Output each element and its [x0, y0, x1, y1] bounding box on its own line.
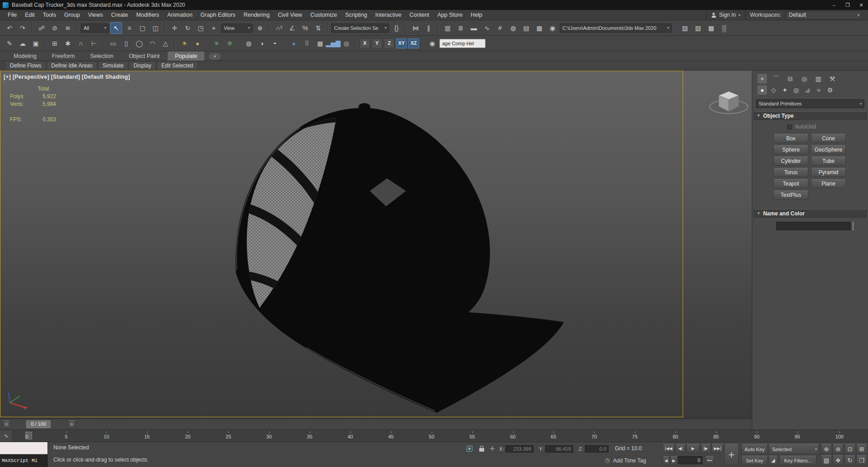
object-type-button[interactable]: Pyramid	[811, 168, 846, 177]
default-tangent-icon[interactable]: ◢	[769, 456, 778, 465]
viewport-label[interactable]: [+] [Perspective] [Standard] [Default Sh…	[4, 74, 130, 80]
schematic-view-icon[interactable]: #	[494, 22, 506, 34]
docking-icon[interactable]: ▒	[718, 22, 730, 34]
render-setup-icon[interactable]: ▤	[520, 22, 532, 34]
clipboard-icon[interactable]: ⊞	[49, 38, 61, 49]
space-warps-category-icon[interactable]: ≈	[814, 86, 823, 95]
cameras-category-icon[interactable]: ◎	[792, 86, 801, 95]
photo-icon[interactable]: ▣	[30, 38, 42, 49]
menu-item[interactable]: Views	[84, 10, 107, 20]
ruler-icon[interactable]: ⊢	[88, 38, 100, 49]
populate-button[interactable]: Edit Selected	[157, 61, 198, 70]
restrict-z-button[interactable]: Z	[384, 38, 395, 48]
maxscript-listener-strip[interactable]: MAXScript Mi	[0, 454, 47, 467]
cone-icon[interactable]: △	[160, 38, 171, 49]
populate-button[interactable]: Display	[129, 61, 156, 70]
object-type-rollout-header[interactable]: ▼ Object Type	[754, 111, 867, 120]
menu-item[interactable]: Rendering	[240, 10, 274, 20]
auto-key-button[interactable]: Auto Key	[741, 444, 768, 454]
menu-item[interactable]: Create	[107, 10, 132, 20]
menu-item[interactable]: Edit	[21, 10, 39, 20]
sign-in-button[interactable]: Sign In ▾	[706, 10, 745, 20]
object-name-input[interactable]	[776, 222, 851, 230]
select-and-link-icon[interactable]: ☍	[36, 22, 47, 34]
y-coordinate-field[interactable]	[545, 445, 573, 453]
rgb-dots-icon[interactable]: ⠿	[301, 38, 313, 49]
object-color-swatch[interactable]	[853, 222, 854, 230]
maximize-button[interactable]: ❒	[841, 0, 854, 10]
track-bar[interactable]: ∿ 05101520253035404550556065707580859095…	[0, 429, 868, 442]
utilities-tab-icon[interactable]: ⚒	[828, 74, 837, 83]
populate-button[interactable]: Simulate	[98, 61, 128, 70]
redo-icon[interactable]: ↷	[17, 22, 28, 34]
bind-to-space-warp-icon[interactable]: ≋	[62, 22, 74, 34]
toggle-scene-explorer-icon[interactable]: ▥	[442, 22, 453, 34]
menu-item[interactable]: Civil View	[274, 10, 306, 20]
maximize-viewport-toggle-icon[interactable]: ❒	[856, 455, 867, 465]
half-sphere-icon[interactable]: ◑	[256, 38, 268, 49]
ribbon-tab[interactable]: Modeling	[6, 52, 44, 61]
grass-icon[interactable]: ✻	[224, 38, 236, 49]
shapes-category-icon[interactable]: ◇	[769, 86, 778, 95]
scene-explorer-panel-icon[interactable]: ▧	[679, 22, 691, 34]
set-key-button[interactable]: Set Key	[741, 456, 768, 465]
zoom-all-icon[interactable]: ⊛	[833, 444, 844, 454]
select-and-rotate-icon[interactable]: ↻	[182, 22, 193, 34]
ribbon-tab[interactable]: Populate	[168, 52, 204, 61]
object-type-button[interactable]: Cylinder	[774, 157, 808, 166]
go-to-start-button[interactable]: |◀◀	[663, 444, 675, 453]
dome-icon[interactable]: ◠	[146, 38, 158, 49]
window-crossing-toggle-icon[interactable]: ◫	[150, 22, 161, 34]
bitmap-icon[interactable]: ▦	[314, 38, 326, 49]
undo-icon[interactable]: ↶	[4, 22, 15, 34]
reference-coordinate-system-dropdown[interactable]: View▾	[221, 24, 253, 33]
next-frame-arrow[interactable]: >	[68, 420, 75, 428]
object-type-button[interactable]: GeoSphere	[811, 145, 846, 154]
cylinder-icon[interactable]: ▯	[120, 38, 132, 49]
spinner-snap-toggle-icon[interactable]: ⇅	[312, 22, 324, 34]
info-circle-icon[interactable]: ◎	[340, 38, 352, 49]
key-mode-toggle-icon[interactable]: ⊷	[705, 456, 714, 464]
zoom-extents-all-icon[interactable]: ⊞	[856, 444, 867, 454]
lights-category-icon[interactable]: ✦	[780, 86, 789, 95]
transform-type-in-toggle-icon[interactable]: ✛	[488, 445, 496, 453]
settings-icon[interactable]: ✱	[62, 38, 74, 49]
autogrid-checkbox[interactable]	[787, 124, 792, 129]
ribbon-tab[interactable]: Freeform	[45, 52, 82, 61]
restrict-y-button[interactable]: Y	[372, 38, 382, 48]
object-type-button[interactable]: Torus	[774, 168, 808, 177]
previous-frame-button[interactable]: ◀|	[675, 444, 685, 453]
cloud-icon[interactable]: ☁	[17, 38, 28, 49]
menu-item[interactable]: Content	[406, 10, 434, 20]
zoom-icon[interactable]: ⊕	[821, 444, 832, 454]
select-by-name-icon[interactable]: ≡	[123, 22, 135, 34]
hierarchy-tab-icon[interactable]: ⊟	[786, 74, 795, 83]
create-tab-icon[interactable]: +	[758, 74, 767, 83]
primitive-class-dropdown[interactable]: Standard Primitives ▾	[756, 99, 864, 108]
minimize-button[interactable]: –	[827, 0, 841, 10]
rendered-frame-window-icon[interactable]: ▦	[533, 22, 545, 34]
plant-icon[interactable]: ✳	[211, 38, 222, 49]
ribbon-tab[interactable]: Object Paint	[122, 52, 167, 61]
circle-icon[interactable]: ◯	[133, 38, 145, 49]
material-editor-icon[interactable]: ◍	[507, 22, 519, 34]
workspaces-dropdown[interactable]: Default ▾	[786, 11, 862, 19]
toggle-layer-explorer-icon[interactable]: ≣	[455, 22, 467, 34]
select-and-uniform-scale-icon[interactable]: ◳	[195, 22, 207, 34]
use-pivot-point-center-icon[interactable]: ⊕	[254, 22, 266, 34]
toggle-ribbon-icon[interactable]: ▬	[468, 22, 480, 34]
play-button[interactable]: ▶	[686, 444, 700, 453]
object-type-button[interactable]: Sphere	[774, 145, 808, 154]
sun-icon[interactable]: ☀	[179, 38, 190, 49]
motion-tab-icon[interactable]: ◎	[800, 74, 809, 83]
ribbon-tab[interactable]: Selection	[83, 52, 120, 61]
menu-item[interactable]: Graph Editors	[197, 10, 240, 20]
viewport-layout-icon[interactable]: ▩	[705, 22, 717, 34]
percent-snap-toggle-icon[interactable]: %	[299, 22, 311, 34]
ribbon-config-button[interactable]: ▾	[209, 53, 221, 59]
restrict-xz-plane-button[interactable]: XZ	[408, 38, 419, 48]
selection-filter-dropdown[interactable]: All▾	[81, 24, 109, 33]
populate-button[interactable]: Define Flows	[5, 61, 46, 70]
previous-key-button[interactable]: ◀	[663, 456, 670, 465]
menu-item[interactable]: Customize	[306, 10, 341, 20]
